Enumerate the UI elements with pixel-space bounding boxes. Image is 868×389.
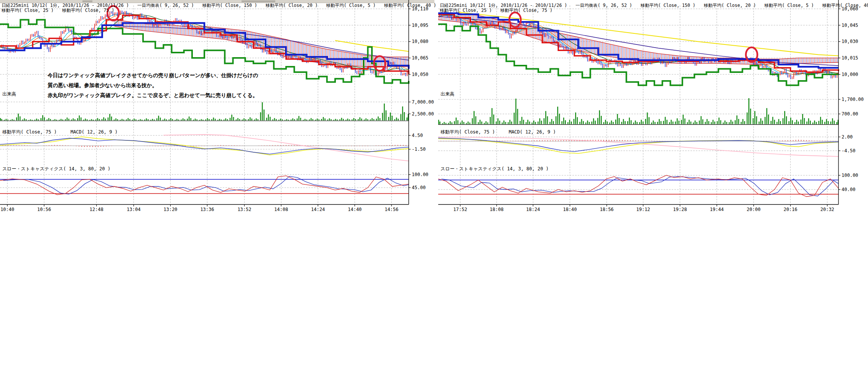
svg-text:19:28: 19:28 (673, 207, 687, 212)
chart-plot-area[interactable]: 10,11010,09510,08010,06510,0507,000.002,… (0, 0, 437, 215)
svg-text:18:56: 18:56 (600, 207, 613, 212)
svg-text:4.50: 4.50 (412, 133, 423, 138)
legend-item: 移動平均( Close, 150 ) (641, 3, 695, 8)
chart-legend-row-2: 移動平均( Close, 25 )移動平均( Close, 75 ) (440, 8, 561, 13)
svg-text:7,000.00: 7,000.00 (412, 99, 434, 105)
svg-text:14:08: 14:08 (274, 207, 288, 212)
svg-text:10,080: 10,080 (412, 39, 428, 44)
legend-item: 移動平均( Close, 20 ) (266, 3, 318, 8)
chart-svg: 10,06010,04510,03010,01510,0001,700.0070… (438, 0, 868, 215)
stochastics-pane-label: スロー・ストキャスティクス( 14, 3, 80, 20 ) (2, 166, 110, 172)
ichimoku-cloud (438, 13, 838, 64)
svg-text:-1.50: -1.50 (412, 147, 426, 152)
svg-text:18:24: 18:24 (526, 207, 540, 212)
macd-pane-label: 移動平均( Close, 75 )MACD( 12, 26, 9 ) (441, 129, 570, 135)
volume-pane-label: 出来高 (2, 91, 16, 97)
svg-text:13:52: 13:52 (237, 207, 251, 212)
stochastics-pane (438, 175, 838, 197)
svg-text:13:20: 13:20 (163, 207, 177, 212)
chart-panel-day-session: 10,11010,09510,08010,06510,0507,000.002,… (0, 0, 437, 215)
legend-item: 一目均衡表( 9, 26, 52 ) (137, 3, 194, 8)
svg-text:10,015: 10,015 (842, 55, 858, 61)
legend-item: 移動平均( Close, 5 ) (326, 3, 376, 8)
legend-item: 移動平均( Close, 150 ) (202, 3, 257, 8)
svg-text:10,065: 10,065 (412, 55, 428, 61)
legend-item: 移動平均( Close, 75 ) (500, 8, 552, 13)
legend-item: 日経225mini 10/12( 1分, 2010/11/26 - 2010/1… (2, 3, 129, 8)
svg-text:17:52: 17:52 (453, 207, 467, 212)
trader-annotation-text: 今日はワンティック高値ブレイクさせてからの売り崩しパターンが多い、仕掛けだらけの… (48, 70, 258, 100)
volume-bars (0, 102, 409, 121)
svg-text:20:32: 20:32 (820, 207, 834, 212)
chart-plot-area[interactable]: 10,06010,04510,03010,01510,0001,700.0070… (438, 0, 868, 215)
legend-item: 日経225mini 10/12( 1分, 2010/11/26 - 2010/1… (440, 3, 567, 8)
svg-text:10:56: 10:56 (37, 207, 51, 212)
svg-text:10,045: 10,045 (842, 23, 858, 28)
legend-item: 移動平均( Close, 40 ) (384, 3, 436, 8)
macd-legend-item: 移動平均( Close, 75 ) (441, 129, 495, 135)
svg-text:40.00: 40.00 (842, 187, 855, 192)
svg-text:14:40: 14:40 (348, 207, 362, 212)
svg-text:10,095: 10,095 (412, 23, 428, 28)
svg-text:100.00: 100.00 (412, 172, 428, 177)
svg-text:10,000: 10,000 (842, 72, 858, 77)
stochastics-pane (0, 176, 409, 195)
legend-item: 一目均衡表( 9, 26, 52 ) (575, 3, 632, 8)
macd-pane-label: 移動平均( Close, 75 )MACD( 12, 26, 9 ) (2, 129, 132, 135)
chart-legend-row-2: 移動平均( Close, 25 )移動平均( Close, 75 ) (2, 8, 123, 13)
macd-pane (438, 137, 838, 157)
chart-panel-evening-session: 10,06010,04510,03010,01510,0001,700.0070… (438, 0, 868, 215)
volume-pane-label: 出来高 (441, 91, 454, 97)
annotation-line: 赤丸印がワンティック高値ブレイク。ここで戻るぞ、と思わせて一気に売り崩してくる。 (48, 90, 258, 100)
svg-text:1,700.00: 1,700.00 (842, 97, 864, 102)
legend-item: 移動平均( Close, 75 ) (62, 8, 114, 13)
svg-text:13:36: 13:36 (200, 207, 214, 212)
svg-text:13:04: 13:04 (127, 207, 141, 212)
svg-text:10,050: 10,050 (412, 72, 428, 77)
macd-legend-item: 移動平均( Close, 75 ) (2, 129, 57, 135)
svg-text:10,030: 10,030 (842, 39, 858, 44)
gridlines (438, 5, 838, 204)
legend-item: 移動平均( Close, 25 ) (440, 8, 492, 13)
svg-text:14:24: 14:24 (311, 207, 325, 212)
legend-item: 移動平均( Close, 25 ) (2, 8, 54, 13)
svg-text:14:56: 14:56 (385, 207, 398, 212)
svg-text:20:16: 20:16 (784, 207, 797, 212)
annotation-line: 質の悪い相場。参加者少ないから出来る技か。 (48, 80, 258, 90)
annotation-line: 今日はワンティック高値ブレイクさせてからの売り崩しパターンが多い、仕掛けだらけの (48, 70, 258, 80)
svg-text:20:00: 20:00 (747, 207, 761, 212)
svg-text:19:44: 19:44 (710, 207, 724, 212)
svg-text:45.00: 45.00 (412, 185, 426, 190)
legend-item: 移動平均( Close, 5 ) (764, 3, 814, 8)
stochastics-pane-label: スロー・ストキャスティクス( 14, 3, 80, 20 ) (441, 166, 549, 172)
legend-item: 移動平均( Close, 40 ) (822, 3, 868, 8)
svg-text:100.00: 100.00 (842, 173, 858, 178)
macd-pane (0, 135, 409, 161)
svg-text:2,500.00: 2,500.00 (412, 111, 434, 117)
svg-text:19:12: 19:12 (636, 207, 650, 212)
macd-legend-item: MACD( 12, 26, 9 ) (509, 129, 556, 135)
macd-legend-item: MACD( 12, 26, 9 ) (71, 129, 118, 135)
trading-charts-canvas: 10,11010,09510,08010,06510,0507,000.002,… (0, 0, 868, 389)
chart-svg: 10,11010,09510,08010,06510,0507,000.002,… (0, 0, 437, 215)
svg-text:18:08: 18:08 (490, 207, 503, 212)
svg-text:18:40: 18:40 (563, 207, 577, 212)
svg-text:10:40: 10:40 (0, 207, 14, 212)
svg-text:700.00: 700.00 (842, 111, 858, 117)
legend-item: 移動平均( Close, 20 ) (704, 3, 756, 8)
svg-text:-4.50: -4.50 (842, 148, 855, 153)
volume-bars (438, 98, 838, 125)
svg-text:12:48: 12:48 (90, 207, 104, 212)
svg-text:2.00: 2.00 (842, 134, 853, 140)
